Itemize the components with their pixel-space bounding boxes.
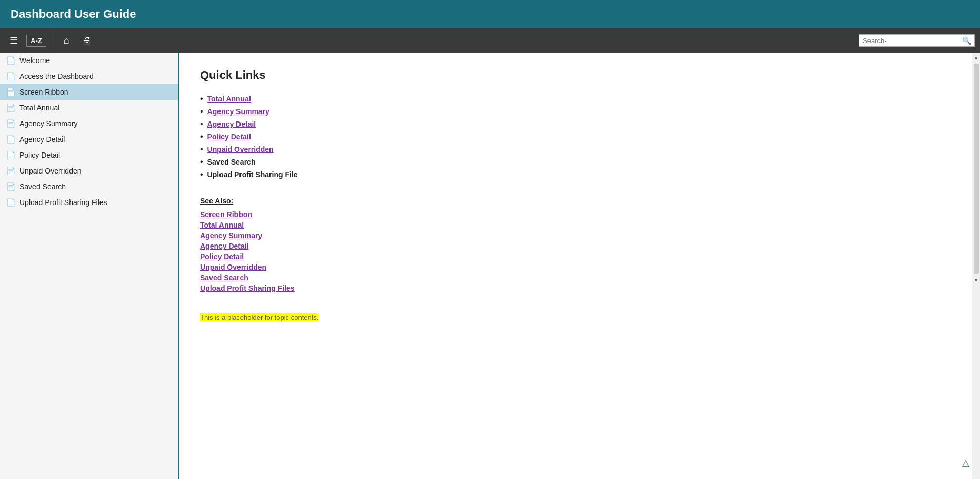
app-header: Dashboard User Guide xyxy=(0,0,980,28)
sidebar-item-label: Policy Detail xyxy=(19,151,60,159)
sidebar-item-agency-detail[interactable]: 📄Agency Detail xyxy=(0,131,178,147)
sidebar-item-welcome[interactable]: 📄Welcome xyxy=(0,53,178,68)
sidebar-item-label: Access the Dashboard xyxy=(19,72,94,80)
doc-icon: 📄 xyxy=(6,119,15,128)
content-area: Quick Links Total AnnualAgency SummaryAg… xyxy=(179,53,972,479)
see-also-link-sa-unpaid-overridden[interactable]: Unpaid Overridden xyxy=(200,263,951,271)
quick-link-plain-ql-upload-profit: Upload Profit Sharing File xyxy=(200,168,951,181)
sidebar-items-container: 📄Welcome📄Access the Dashboard📄Screen Rib… xyxy=(0,53,178,210)
az-button[interactable]: A-Z xyxy=(26,35,46,47)
doc-icon: 📄 xyxy=(6,88,15,96)
sidebar-item-label: Agency Detail xyxy=(19,135,65,144)
doc-icon: 📄 xyxy=(6,72,15,80)
scroll-thumb[interactable] xyxy=(974,64,979,274)
see-also-links: Screen RibbonTotal AnnualAgency SummaryA… xyxy=(200,210,951,292)
doc-icon: 📄 xyxy=(6,151,15,159)
see-also-link-sa-screen-ribbon[interactable]: Screen Ribbon xyxy=(200,210,951,219)
doc-icon: 📄 xyxy=(6,56,15,65)
quick-link-text-ql-upload-profit: Upload Profit Sharing File xyxy=(207,170,298,179)
print-icon: 🖨 xyxy=(82,35,92,46)
scroll-up-button[interactable]: ▲ xyxy=(973,54,980,62)
doc-icon: 📄 xyxy=(6,135,15,144)
bottom-triangle-icon: △ xyxy=(962,457,969,468)
quick-link-ql-agency-summary[interactable]: Agency Summary xyxy=(207,107,269,116)
quick-link-ql-agency-detail[interactable]: Agency Detail xyxy=(207,120,256,128)
sidebar-item-upload-profit[interactable]: 📄Upload Profit Sharing Files xyxy=(0,195,178,210)
sidebar-item-label: Upload Profit Sharing Files xyxy=(19,198,107,207)
see-also-link-sa-total-annual[interactable]: Total Annual xyxy=(200,221,951,229)
sidebar-item-label: Unpaid Overridden xyxy=(19,167,82,175)
quick-link-plain-ql-saved-search: Saved Search xyxy=(200,156,951,168)
see-also-label: See Also: xyxy=(200,197,951,205)
sidebar: 📄Welcome📄Access the Dashboard📄Screen Rib… xyxy=(0,53,179,479)
sidebar-item-label: Welcome xyxy=(19,56,50,65)
print-button[interactable]: 🖨 xyxy=(78,32,96,49)
see-also-section: See Also: Screen RibbonTotal AnnualAgenc… xyxy=(200,197,951,292)
sidebar-item-screen-ribbon[interactable]: 📄Screen Ribbon xyxy=(0,84,178,100)
see-also-link-sa-agency-summary[interactable]: Agency Summary xyxy=(200,231,951,240)
sidebar-item-label: Total Annual xyxy=(19,104,59,112)
doc-icon: 📄 xyxy=(6,198,15,207)
sidebar-item-unpaid-overridden[interactable]: 📄Unpaid Overridden xyxy=(0,163,178,179)
sidebar-item-agency-summary[interactable]: 📄Agency Summary xyxy=(0,116,178,131)
quick-link-item-ql-policy-detail: Policy Detail xyxy=(200,130,951,143)
sidebar-item-policy-detail[interactable]: 📄Policy Detail xyxy=(0,147,178,163)
doc-icon: 📄 xyxy=(6,104,15,112)
quick-link-item-ql-unpaid-overridden: Unpaid Overridden xyxy=(200,143,951,156)
see-also-link-sa-upload-profit[interactable]: Upload Profit Sharing Files xyxy=(200,284,951,292)
toolbar-sep-1 xyxy=(53,33,53,48)
see-also-link-sa-saved-search[interactable]: Saved Search xyxy=(200,273,951,282)
quick-link-item-ql-agency-summary: Agency Summary xyxy=(200,105,951,118)
quick-link-ql-policy-detail[interactable]: Policy Detail xyxy=(207,133,251,141)
toc-icon: ☰ xyxy=(9,35,18,46)
quick-links-heading: Quick Links xyxy=(200,68,951,82)
doc-icon: 📄 xyxy=(6,167,15,175)
toolbar: ☰ A-Z ⌂ 🖨 🔍 xyxy=(0,28,980,53)
search-input[interactable] xyxy=(863,37,962,45)
quick-link-item-ql-agency-detail: Agency Detail xyxy=(200,118,951,130)
see-also-link-sa-agency-detail[interactable]: Agency Detail xyxy=(200,242,951,250)
home-icon: ⌂ xyxy=(64,35,69,46)
home-button[interactable]: ⌂ xyxy=(59,32,74,49)
quick-links-list: Total AnnualAgency SummaryAgency DetailP… xyxy=(200,93,951,181)
search-submit-button[interactable]: 🔍 xyxy=(962,36,971,45)
quick-link-ql-total-annual[interactable]: Total Annual xyxy=(207,95,251,103)
app-title: Dashboard User Guide xyxy=(11,7,136,21)
sidebar-item-label: Screen Ribbon xyxy=(19,88,68,96)
scrollbar: ▲ ▼ xyxy=(972,53,980,479)
sidebar-item-label: Saved Search xyxy=(19,182,66,191)
main-area: 📄Welcome📄Access the Dashboard📄Screen Rib… xyxy=(0,53,980,479)
search-box: 🔍 xyxy=(859,34,975,47)
sidebar-item-saved-search[interactable]: 📄Saved Search xyxy=(0,179,178,195)
placeholder-text: This is a placeholder for topic contents… xyxy=(200,313,318,321)
doc-icon: 📄 xyxy=(6,182,15,191)
sidebar-item-total-annual[interactable]: 📄Total Annual xyxy=(0,100,178,116)
toc-button[interactable]: ☰ xyxy=(5,32,22,49)
quick-link-ql-unpaid-overridden[interactable]: Unpaid Overridden xyxy=(207,145,274,154)
quick-link-item-ql-total-annual: Total Annual xyxy=(200,93,951,105)
az-label: A-Z xyxy=(31,37,42,45)
quick-link-text-ql-saved-search: Saved Search xyxy=(207,158,256,166)
sidebar-item-access-dashboard[interactable]: 📄Access the Dashboard xyxy=(0,68,178,84)
see-also-link-sa-policy-detail[interactable]: Policy Detail xyxy=(200,252,951,261)
scroll-down-button[interactable]: ▼ xyxy=(973,276,980,284)
sidebar-item-label: Agency Summary xyxy=(19,119,77,128)
